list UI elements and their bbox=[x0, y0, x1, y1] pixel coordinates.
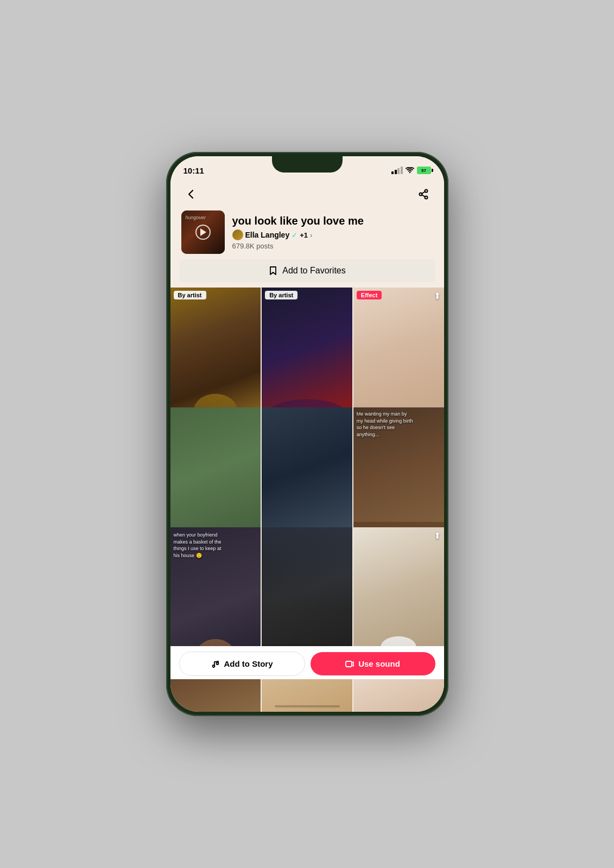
back-arrow-icon bbox=[185, 188, 197, 200]
svg-point-2 bbox=[425, 196, 427, 199]
share-icon bbox=[417, 188, 429, 200]
phone-frame: 10:11 57 bbox=[166, 152, 448, 716]
wifi-icon bbox=[406, 167, 414, 174]
video-overlay-top-7: when your boyfriendmakes a basket of the… bbox=[174, 532, 258, 559]
save-icon-3: ⬆ bbox=[434, 291, 441, 301]
video-tag-3: Effect bbox=[357, 291, 382, 299]
song-title: you look like you love me bbox=[232, 214, 433, 227]
album-art: hungover bbox=[181, 210, 225, 254]
screen: 10:11 57 bbox=[170, 156, 444, 712]
verified-badge-icon: ✓ bbox=[292, 231, 297, 239]
cell-bride-figure bbox=[381, 636, 416, 646]
share-button[interactable] bbox=[414, 184, 433, 204]
save-icon-9: ⬆ bbox=[434, 531, 441, 541]
post-count: 679.8K posts bbox=[232, 242, 433, 250]
video-overlay-6: Me wanting my man bymy head while giving… bbox=[357, 411, 441, 438]
cell-girl-figure bbox=[197, 639, 235, 646]
use-sound-button[interactable]: Use sound bbox=[311, 652, 435, 675]
video-grid: By artist By artist Gave me a look like … bbox=[170, 288, 444, 646]
artist-name: Ella Langley bbox=[245, 231, 290, 239]
favorites-label: Add to Favorites bbox=[282, 266, 346, 276]
notch bbox=[272, 156, 343, 173]
add-to-story-label: Add to Story bbox=[224, 659, 273, 668]
video-cell-8[interactable] bbox=[262, 527, 352, 646]
album-text: hungover bbox=[186, 215, 206, 220]
svg-point-4 bbox=[216, 662, 218, 665]
svg-point-0 bbox=[419, 193, 422, 196]
music-note-icon bbox=[211, 660, 220, 668]
content-scroll: 10:11 57 bbox=[170, 156, 444, 712]
plus-one-label: +1 bbox=[300, 231, 308, 239]
bottom-cell-1[interactable] bbox=[170, 679, 261, 712]
battery-icon: 57 bbox=[417, 167, 431, 174]
car-sky bbox=[262, 527, 352, 608]
play-triangle-icon bbox=[200, 228, 206, 236]
video-tag-1: By artist bbox=[174, 291, 206, 299]
video-tag-2: By artist bbox=[265, 291, 297, 299]
song-details: you look like you love me Ella Langley ✓… bbox=[232, 214, 433, 250]
artist-row[interactable]: Ella Langley ✓ +1 › bbox=[232, 229, 433, 240]
home-indicator bbox=[275, 705, 340, 707]
bookmark-icon bbox=[268, 266, 278, 276]
add-to-story-button[interactable]: Add to Story bbox=[179, 652, 305, 676]
artist-avatar bbox=[232, 229, 243, 240]
status-time: 10:11 bbox=[183, 166, 204, 175]
use-sound-label: Use sound bbox=[358, 659, 400, 668]
video-cell-9[interactable]: ⬆ Excuse me... bbox=[353, 527, 444, 646]
cell-car-figure bbox=[262, 644, 352, 646]
song-info: hungover you look like you love me Ella … bbox=[170, 207, 444, 259]
signal-icon bbox=[391, 167, 403, 174]
status-icons: 57 bbox=[391, 167, 431, 174]
play-button[interactable] bbox=[195, 225, 211, 240]
video-cell-7[interactable]: when your boyfriendmakes a basket of the… bbox=[170, 527, 261, 646]
svg-point-3 bbox=[212, 665, 214, 667]
camera-icon bbox=[345, 660, 354, 668]
bottom-cell-3[interactable] bbox=[353, 679, 444, 712]
svg-rect-5 bbox=[346, 661, 352, 667]
header-nav bbox=[170, 180, 444, 207]
bottom-action-bar: Add to Story Use sound bbox=[170, 646, 444, 679]
add-to-favorites-button[interactable]: Add to Favorites bbox=[179, 259, 435, 282]
svg-point-1 bbox=[425, 190, 427, 193]
chevron-right-icon: › bbox=[310, 231, 312, 239]
back-button[interactable] bbox=[181, 184, 201, 204]
